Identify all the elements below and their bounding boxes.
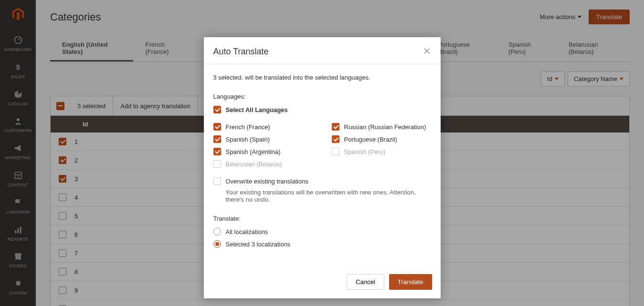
auto-translate-modal: Auto Translate 3 selected. will be trans… [204, 37, 441, 298]
language-checkbox[interactable] [213, 135, 221, 143]
language-checkbox[interactable] [213, 123, 221, 131]
language-label: French (France) [226, 123, 270, 131]
language-checkbox[interactable] [332, 135, 339, 143]
language-label: Russian (Russian Federation) [344, 123, 426, 131]
select-all-languages-checkbox[interactable] [213, 106, 221, 113]
cancel-button[interactable]: Cancel [347, 274, 384, 290]
languages-section-label: Languages: [213, 93, 431, 100]
language-option: Spanish (Peru) [332, 148, 431, 155]
translate-section-label: Translate: [213, 215, 431, 222]
language-label: Spanish (Spain) [226, 136, 270, 143]
language-label: Belarusian (Belarus) [226, 161, 282, 168]
radio-all-label: All localizations [226, 228, 268, 235]
language-label: Spanish (Peru) [344, 148, 386, 155]
language-option: Belarusian (Belarus) [213, 160, 313, 168]
radio-all-localizations[interactable] [213, 228, 221, 235]
language-checkbox [332, 148, 339, 155]
radio-selected-localizations[interactable] [213, 240, 221, 248]
overwrite-label: Overwrite existing translations [226, 178, 308, 185]
close-button[interactable] [422, 47, 431, 57]
language-option[interactable]: Portuguese (Brazil) [332, 135, 431, 143]
language-checkbox[interactable] [213, 148, 221, 155]
close-icon [422, 47, 431, 55]
language-option[interactable]: Spanish (Argentina) [213, 148, 313, 155]
language-label: Portuguese (Brazil) [344, 136, 397, 143]
language-checkbox[interactable] [332, 123, 339, 131]
language-option[interactable]: Russian (Russian Federation) [332, 123, 431, 131]
language-option[interactable]: French (France) [213, 123, 313, 131]
language-label: Spanish (Argentina) [226, 148, 281, 155]
modal-title: Auto Translate [213, 47, 269, 57]
modal-header: Auto Translate [204, 37, 441, 64]
selection-info: 3 selected. will be translated into the … [213, 74, 431, 81]
language-checkbox [213, 160, 221, 168]
overwrite-help-text: Your existing translations will be overw… [226, 189, 431, 203]
translate-button[interactable]: Translate [389, 274, 432, 290]
radio-selected-label: Selected 3 localizations [226, 241, 291, 248]
select-all-label: Select All Languages [226, 106, 288, 113]
language-option[interactable]: Spanish (Spain) [213, 135, 313, 143]
overwrite-checkbox[interactable] [213, 177, 221, 185]
